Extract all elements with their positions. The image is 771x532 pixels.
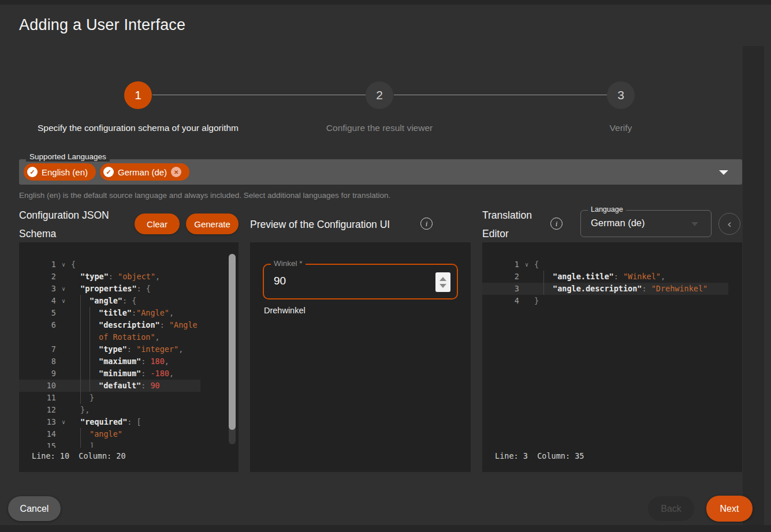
code-text: "minimum": -180,	[99, 368, 200, 380]
add-user-interface-dialog: Adding a User Interface 1 2 3 Specify th…	[0, 0, 771, 532]
schema-code-editor[interactable]: 1∨{2"type": "object",3∨"properties": {4∨…	[19, 242, 239, 472]
step-connector-1-2	[152, 95, 366, 95]
indent-guide	[71, 368, 80, 380]
line-number: 9	[19, 368, 56, 380]
step-1-label: Specify the configuration schema of your…	[17, 123, 259, 133]
spinner-down-icon[interactable]	[439, 284, 446, 288]
line-number: 7	[19, 343, 56, 355]
schema-cursor-status: Line: 10 Column: 20	[32, 451, 126, 460]
line-number: 4	[482, 295, 519, 307]
code-text: "angle.description": "Drehwinkel"	[553, 283, 728, 295]
indent-guide	[71, 416, 80, 428]
preview-panel-title: Preview of the Configuration UI	[250, 215, 418, 234]
indent-guide	[71, 392, 80, 404]
indent-guide	[90, 380, 99, 392]
line-number: 3	[19, 283, 56, 295]
fold-arrow-icon[interactable]: ∨	[56, 258, 71, 271]
code-text: "angle.title": "Winkel",	[553, 271, 728, 283]
line-number: 13	[19, 416, 56, 428]
code-text: "description": "Angle of Rotation",	[99, 319, 200, 343]
code-text: "angle"	[90, 428, 200, 440]
code-line: 9"minimum": -180,	[19, 368, 200, 380]
line-number: 8	[19, 355, 56, 368]
check-circle-icon: ✓	[103, 167, 114, 177]
angle-input-helper: Drehwinkel	[264, 306, 306, 315]
code-text: "angle": {	[90, 295, 200, 307]
code-line: 13∨"required": [	[19, 416, 200, 428]
step-2-number: 2	[376, 88, 383, 102]
indent-guide	[71, 428, 80, 440]
translation-language-select[interactable]: Language German (de)	[580, 210, 712, 237]
translation-language-value: German (de)	[591, 218, 645, 228]
generate-button[interactable]: Generate	[186, 213, 239, 234]
indent-guide	[90, 355, 99, 368]
fold-arrow-icon[interactable]: ∨	[519, 258, 534, 271]
language-chip-german[interactable]: ✓ German (de) ✕	[100, 163, 189, 181]
step-1-circle: 1	[124, 81, 152, 109]
indent-guide	[80, 392, 90, 404]
line-number: 1	[482, 258, 519, 271]
angle-number-input[interactable]: Winkel * 90	[263, 264, 458, 299]
line-number: 1	[19, 258, 56, 271]
translation-panel-title: Translation Editor	[482, 206, 554, 243]
indent-guide	[71, 283, 80, 295]
dropdown-caret-icon	[719, 170, 728, 175]
code-line: 11}	[19, 392, 200, 404]
translation-info-icon[interactable]: i	[550, 218, 563, 230]
fold-arrow-icon[interactable]: ∨	[56, 416, 71, 428]
supported-languages-field[interactable]: Supported Languages ✓ English (en) ✓ Ger…	[19, 159, 742, 185]
step-2-circle: 2	[366, 81, 393, 109]
preview-info-icon[interactable]: i	[420, 218, 433, 230]
code-line: 14"angle"	[19, 428, 200, 440]
line-number: 5	[19, 307, 56, 319]
editor-scrollbar-thumb[interactable]	[229, 254, 236, 430]
code-line: 4}	[482, 295, 728, 307]
code-text: "required": [	[80, 416, 200, 428]
clear-button[interactable]: Clear	[135, 213, 180, 234]
translation-cursor-status: Line: 3 Column: 35	[495, 451, 584, 460]
cancel-button[interactable]: Cancel	[8, 496, 61, 521]
language-chip-label: German (de)	[118, 167, 167, 177]
code-line: 5"title":"Angle",	[19, 307, 200, 319]
indent-guide	[80, 307, 90, 319]
code-text: "default": 90	[99, 380, 200, 392]
translation-code-editor[interactable]: 1∨{2"angle.title": "Winkel",3"angle.desc…	[482, 242, 742, 472]
line-number: 12	[19, 404, 56, 416]
line-number: 3	[482, 283, 519, 295]
code-line: 2"angle.title": "Winkel",	[482, 271, 728, 283]
indent-guide	[71, 440, 80, 448]
number-spinner	[435, 272, 450, 292]
remove-language-icon[interactable]: ✕	[171, 167, 181, 177]
indent-guide	[534, 271, 543, 283]
line-number: 2	[482, 271, 519, 283]
indent-guide	[71, 380, 80, 392]
code-line: 1∨{	[482, 258, 728, 271]
fold-arrow-icon[interactable]: ∨	[56, 283, 71, 295]
indent-guide	[71, 319, 80, 343]
line-number: 6	[19, 319, 56, 331]
schema-code-lines: 1∨{2"type": "object",3∨"properties": {4∨…	[19, 258, 239, 448]
code-text: ]	[90, 440, 200, 448]
spinner-up-icon[interactable]	[439, 277, 446, 281]
line-number: 15	[19, 440, 56, 448]
code-text: }	[90, 392, 200, 404]
code-text: "type": "integer",	[99, 343, 200, 355]
angle-input-value: 90	[274, 275, 286, 287]
step-1-number: 1	[135, 88, 141, 102]
step-connector-2-3	[394, 95, 607, 95]
page-scrollbar-gutter[interactable]	[743, 46, 764, 525]
code-text: },	[80, 404, 200, 416]
indent-guide	[534, 283, 543, 295]
collapse-panel-button[interactable]: ‹	[718, 213, 740, 235]
check-circle-icon: ✓	[27, 167, 38, 177]
back-button[interactable]: Back	[648, 496, 694, 521]
code-line: 2"type": "object",	[19, 271, 200, 283]
angle-input-label: Winkel *	[271, 259, 306, 268]
language-chip-english[interactable]: ✓ English (en)	[24, 163, 96, 181]
fold-arrow-icon[interactable]: ∨	[56, 295, 71, 307]
code-text: "title":"Angle",	[99, 307, 200, 319]
indent-guide	[71, 343, 80, 355]
indent-guide	[80, 440, 90, 448]
next-button[interactable]: Next	[706, 496, 753, 522]
indent-guide	[90, 368, 99, 380]
